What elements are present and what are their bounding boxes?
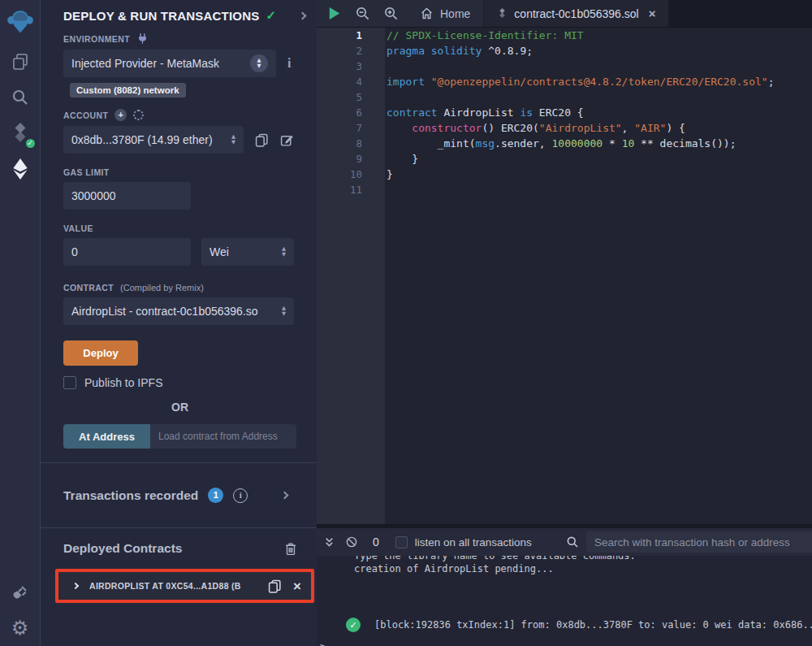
at-address-button[interactable]: At Address: [63, 424, 150, 449]
code-line: 5: [317, 91, 812, 106]
terminal-tx-result[interactable]: ✓ [block:192836 txIndex:1] from: 0x8db..…: [346, 618, 812, 632]
contract-select-arrows-icon: ▲▼: [282, 306, 286, 317]
line-number: 2: [317, 45, 362, 60]
remix-logo-icon: [6, 7, 34, 37]
collapse-panel-chevron-icon[interactable]: [299, 11, 307, 20]
account-label: ACCOUNT: [63, 111, 108, 120]
listen-transactions-label: listen on all transactions: [415, 536, 532, 548]
code-line: 1// SPDX-License-Identifier: MIT: [317, 29, 812, 45]
line-number: 5: [317, 91, 362, 106]
sidebar-item-solidity-compiler[interactable]: ✓: [0, 115, 41, 151]
environment-select[interactable]: Injected Provider - MetaMask ▲▼: [63, 50, 276, 77]
sidebar-item-plugin-manager[interactable]: [0, 574, 41, 610]
code-lines: 1// SPDX-License-Identifier: MIT2pragma …: [317, 28, 812, 199]
transactions-count-badge: 1: [208, 488, 223, 503]
terminal-prompt: >: [320, 640, 326, 646]
remix-logo-icon[interactable]: [0, 0, 41, 44]
code-line: 6contract AirdropList is ERC20 {: [317, 106, 812, 122]
tab-contract-label: contract-0c1b056396.sol: [514, 7, 638, 20]
sidebar-item-deploy-run[interactable]: [0, 151, 41, 187]
line-number: 8: [317, 137, 362, 153]
sidebar-item-search[interactable]: [0, 80, 41, 115]
code-text: contract AirdropList is ERC20 {: [362, 106, 584, 122]
transactions-recorded-row: Transactions recorded 1 i: [41, 463, 317, 527]
code-line: 9 }: [317, 153, 812, 168]
unit-select-arrows-icon: ▲▼: [282, 246, 286, 258]
copy-account-icon[interactable]: [255, 133, 269, 147]
code-text: constructor() ERC20("AirdropList", "AIR"…: [362, 122, 685, 137]
publish-ipfs-label: Publish to IPFS: [84, 376, 163, 389]
value-input[interactable]: [63, 238, 191, 266]
tab-contract-file[interactable]: contract-0c1b056396.sol ×: [483, 0, 668, 27]
terminal-output[interactable]: Type the library name to see available c…: [317, 556, 812, 646]
close-tab-icon[interactable]: ×: [649, 7, 656, 20]
sidebar-item-file-explorer[interactable]: [0, 44, 41, 80]
listen-transactions-checkbox[interactable]: [395, 536, 408, 548]
line-number: 4: [317, 76, 362, 91]
tab-home[interactable]: Home: [407, 0, 483, 27]
environment-label: ENVIRONMENT: [63, 34, 130, 44]
transactions-info-icon[interactable]: i: [233, 488, 248, 503]
code-text: [362, 91, 387, 106]
zoom-in-icon[interactable]: [383, 6, 399, 21]
expand-contract-chevron-icon[interactable]: [72, 583, 79, 589]
contract-select[interactable]: AirdropList - contract-0c1b056396.so ▲▼: [63, 297, 294, 325]
deployed-contracts-label: Deployed Contracts: [63, 541, 182, 556]
icon-sidebar: ✓ ⚙: [0, 0, 41, 646]
add-account-icon[interactable]: +: [114, 109, 127, 121]
line-number: 11: [317, 184, 362, 199]
copy-contract-address-icon[interactable]: [268, 579, 282, 593]
deploy-button[interactable]: Deploy: [63, 340, 138, 366]
tabbar-filler: [668, 0, 812, 27]
gas-limit-input[interactable]: [63, 182, 191, 210]
sidebar-item-settings[interactable]: ⚙: [0, 610, 41, 646]
environment-info-icon[interactable]: i: [287, 56, 291, 71]
terminal-toolbar: 0 listen on all transactions: [317, 528, 812, 556]
line-number: 6: [317, 106, 362, 122]
code-text: import "@openzeppelin/contracts@4.8.2/to…: [362, 76, 774, 91]
transactions-expand-chevron-icon[interactable]: [281, 492, 289, 500]
clear-console-ban-icon[interactable]: [345, 535, 358, 548]
environment-stepper-icon: ▲▼: [250, 54, 268, 72]
code-text: }: [362, 168, 393, 184]
line-number: 7: [317, 122, 362, 137]
value-label: VALUE: [63, 223, 93, 233]
terminal-panel: 0 listen on all transactions Type the li…: [317, 524, 812, 646]
terminal-search-input[interactable]: [586, 531, 812, 553]
tx-result-text: [block:192836 txIndex:1] from: 0x8db...3…: [374, 619, 812, 631]
environment-plug-icon: [136, 33, 149, 45]
terminal-line-pending: creation of AirdropList pending...: [354, 563, 554, 574]
edit-account-icon[interactable]: [280, 133, 294, 147]
tab-home-label: Home: [440, 7, 470, 20]
search-icon: [11, 88, 30, 107]
editor-column: Home contract-0c1b056396.sol × 1// SPDX-…: [317, 0, 812, 646]
zoom-out-icon[interactable]: [355, 6, 370, 21]
home-icon: [420, 7, 434, 20]
code-text: [362, 60, 387, 76]
code-line: 4import "@openzeppelin/contracts@4.8.2/t…: [317, 76, 812, 91]
remove-contract-close-icon[interactable]: ×: [293, 579, 301, 593]
value-unit-select[interactable]: Wei ▲▼: [201, 238, 294, 266]
deployed-contract-row[interactable]: AIRDROPLIST AT 0XC54...A1D88 (B ×: [58, 572, 311, 600]
run-script-play-button[interactable]: [326, 6, 342, 21]
publish-ipfs-checkbox[interactable]: [63, 376, 76, 389]
code-line: 8 _mint(msg.sender, 10000000 * 10 ** dec…: [317, 137, 812, 153]
code-line: 11: [317, 184, 812, 199]
environment-value: Injected Provider - MetaMask: [71, 57, 219, 70]
account-select[interactable]: 0x8db...3780F (14.99 ether) ▲▼: [63, 126, 244, 154]
file-explorer-icon: [11, 52, 30, 72]
deploy-run-icon: [10, 158, 31, 180]
at-address-input[interactable]: [150, 424, 296, 449]
account-value: 0x8db...3780F (14.99 ether): [71, 133, 213, 146]
clear-deployed-trash-icon[interactable]: [284, 542, 297, 556]
deployed-contract-label: AIRDROPLIST AT 0XC54...A1D88 (B: [89, 581, 261, 591]
line-number: 9: [317, 153, 362, 168]
network-badge: Custom (8082) network: [70, 83, 186, 98]
compile-success-badge-icon: ✓: [24, 137, 37, 150]
line-number: 10: [317, 168, 362, 184]
deploy-run-panel: DEPLOY & RUN TRANSACTIONS ✓ ENVIRONMENT …: [41, 0, 317, 646]
terminal-collapse-chevrons-icon[interactable]: [323, 536, 335, 548]
code-editor[interactable]: 1// SPDX-License-Identifier: MIT2pragma …: [317, 28, 812, 524]
code-text: pragma solidity ^0.8.9;: [362, 45, 533, 60]
gas-limit-label: GAS LIMIT: [63, 167, 110, 177]
